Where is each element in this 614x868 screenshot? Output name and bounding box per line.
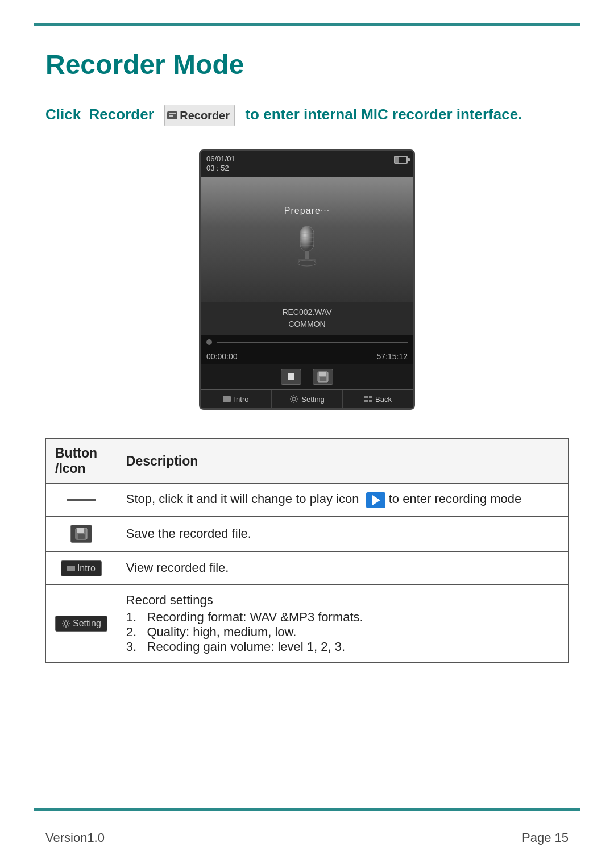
save-button-screen[interactable] <box>313 369 333 385</box>
svg-rect-0 <box>300 226 314 251</box>
recorder-btn-label: Recorder <box>180 106 230 124</box>
setting-desc-line3: 3. Recoding gain volume: level 1, 2, 3. <box>126 639 559 654</box>
save-icon-screen <box>317 371 329 383</box>
back-btn-screen[interactable]: Back <box>343 390 413 408</box>
back-btn-label: Back <box>375 395 392 404</box>
stop-desc-suffix: to enter recording mode <box>389 492 522 506</box>
intro-btn-screen[interactable]: Intro <box>201 390 272 408</box>
table-icon-save-cell <box>46 516 117 551</box>
intro-table-icon <box>67 566 75 571</box>
intro-btn-label: Intro <box>234 395 248 404</box>
table-row-stop: Stop, click it and it will change to pla… <box>46 484 569 516</box>
device-screenshot-container: 06/01/01 03 : 52 Prepare··· <box>45 149 569 410</box>
save-desc-text: Save the recorded file. <box>126 526 251 541</box>
battery-fill <box>395 157 399 163</box>
floppy-svg <box>75 528 88 540</box>
screen-file-info: REC002.WAV COMMON <box>201 302 413 335</box>
setting-desc-line0: Record settings <box>126 593 559 608</box>
microphone-image <box>287 222 327 273</box>
table-header-icon: Button /Icon <box>46 439 117 484</box>
intro-paragraph: Click Recorder Recorder to enter interna… <box>45 103 569 127</box>
gear-icon-screen <box>289 394 298 404</box>
stop-line-icon <box>67 499 96 501</box>
table-row-intro: Intro View recorded file. <box>46 551 569 584</box>
setting-table-btn: Setting <box>55 616 107 632</box>
svg-point-15 <box>64 622 68 625</box>
stop-desc-text: Stop, click it and it will change to pla… <box>126 492 363 506</box>
screen-bottom-bar: Intro Setting Back <box>201 389 413 408</box>
gear-icon-table <box>61 619 70 628</box>
back-btn-icon <box>364 396 372 402</box>
setting-table-label: Setting <box>73 618 101 629</box>
mic-svg <box>290 223 324 272</box>
file-name: REC002.WAV <box>205 306 409 318</box>
setting-desc-line1: 1. Recording format: WAV &MP3 formats. <box>126 610 559 625</box>
stop-icon <box>288 373 294 380</box>
svg-point-7 <box>298 260 316 266</box>
screen-time: 03 : 52 <box>206 164 235 173</box>
screen-date: 06/01/01 <box>206 155 235 164</box>
table-desc-intro: View recorded file. <box>117 551 568 584</box>
svg-rect-13 <box>77 528 84 533</box>
footer-version: Version1.0 <box>45 830 105 845</box>
setting-btn-label: Setting <box>301 395 324 404</box>
folder-name: COMMON <box>205 318 409 330</box>
description-table: Button /Icon Description Stop, click it … <box>45 438 569 662</box>
stop-button[interactable] <box>281 369 301 385</box>
table-desc-setting: Record settings 1. Recording format: WAV… <box>117 584 568 662</box>
table-icon-setting-cell: Setting <box>46 584 117 662</box>
time-elapsed: 00:00:00 <box>206 352 238 361</box>
progress-track <box>217 342 408 343</box>
time-remaining: 57:15:12 <box>377 352 408 361</box>
table-icon-intro-cell: Intro <box>46 551 117 584</box>
screen-controls <box>201 364 413 389</box>
page-title: Recorder Mode <box>45 49 569 80</box>
svg-point-11 <box>292 397 296 401</box>
table-desc-stop: Stop, click it and it will change to pla… <box>117 484 568 516</box>
play-triangle <box>372 495 380 505</box>
play-icon-inline <box>366 492 385 508</box>
intro-table-btn: Intro <box>61 560 102 576</box>
screen-battery-icon <box>394 156 408 164</box>
svg-rect-14 <box>78 534 85 539</box>
device-screen: 06/01/01 03 : 52 Prepare··· <box>199 149 415 410</box>
svg-rect-5 <box>305 251 309 259</box>
setting-desc-line2: 2. Quality: high, medium, low. <box>126 625 559 639</box>
intro-rest: to enter internal MIC recorder interface… <box>237 106 522 123</box>
screen-main-area: Prepare··· <box>201 177 413 302</box>
screen-time-row: 00:00:00 57:15:12 <box>201 350 413 364</box>
prepare-text: Prepare··· <box>284 206 330 216</box>
screen-top-bar: 06/01/01 03 : 52 <box>201 151 413 177</box>
recorder-button-image: Recorder <box>164 105 235 126</box>
screen-progress-bar <box>201 335 413 350</box>
svg-rect-9 <box>319 372 326 376</box>
intro-click-word: Click Recorder <box>45 106 162 123</box>
intro-desc-text: View recorded file. <box>126 560 229 575</box>
progress-dot <box>206 339 212 345</box>
table-row-save: Save the recorded file. <box>46 516 569 551</box>
svg-rect-10 <box>320 377 326 381</box>
table-row-setting: Setting Record settings 1. Recording for… <box>46 584 569 662</box>
save-floppy-icon <box>70 525 92 543</box>
screen-time-date: 06/01/01 03 : 52 <box>206 155 235 174</box>
table-header-desc: Description <box>117 439 568 484</box>
footer: Version1.0 Page 15 <box>45 830 569 845</box>
bottom-border <box>34 808 580 811</box>
setting-btn-screen[interactable]: Setting <box>272 390 343 408</box>
intro-btn-icon <box>223 396 231 402</box>
recorder-icon <box>167 111 177 119</box>
intro-table-label: Intro <box>77 563 96 574</box>
table-desc-save: Save the recorded file. <box>117 516 568 551</box>
footer-page: Page 15 <box>522 830 569 845</box>
table-icon-stop-cell <box>46 484 117 516</box>
